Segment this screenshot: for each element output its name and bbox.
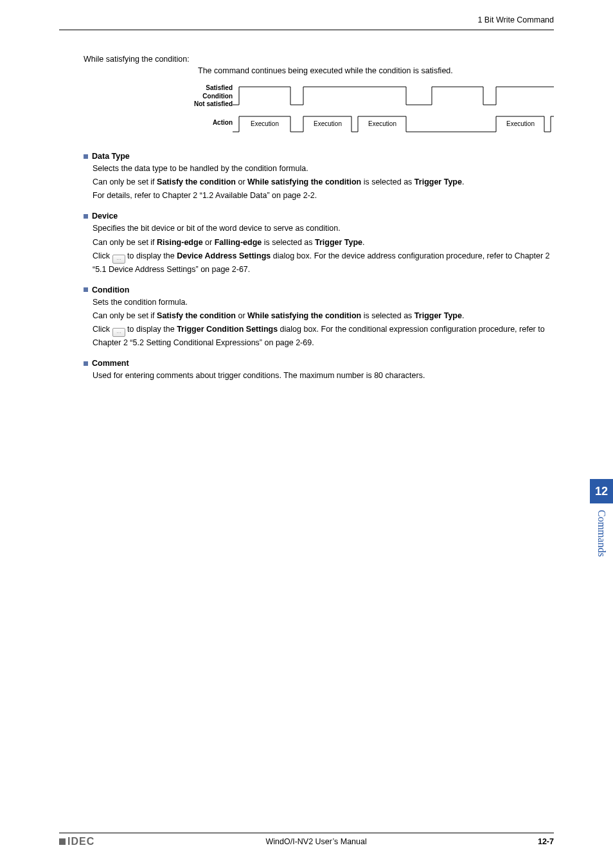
section-title-condition: Condition — [92, 285, 129, 294]
diagram-side-labels: Satisfied Condition Not satisfied Action — [84, 84, 233, 127]
chapter-number: 12 — [595, 485, 608, 498]
label-not-satisfied: Not satisfied — [84, 100, 233, 109]
condition-p3: Click … to display the Trigger Condition… — [93, 323, 554, 348]
bullet-icon — [84, 287, 88, 292]
intro-line-1: While satisfying the condition: — [84, 55, 554, 64]
label-condition: Condition — [84, 93, 233, 101]
bullet-icon — [84, 361, 88, 366]
label-action: Action — [84, 119, 233, 127]
ellipsis-button-icon[interactable]: … — [112, 255, 125, 264]
header-right-text: 1 Bit Write Command — [477, 15, 554, 24]
section-condition: Condition Sets the condition formula. Ca… — [84, 285, 554, 348]
idec-logo: IDEC — [59, 836, 94, 847]
page-content: While satisfying the condition: The comm… — [84, 55, 554, 383]
footer-rule — [59, 833, 554, 833]
exec-label-3: Execution — [368, 120, 396, 127]
section-device: Device Specifies the bit device or bit o… — [84, 212, 554, 275]
exec-label-4: Execution — [506, 120, 535, 127]
ellipsis-button-icon[interactable]: … — [112, 328, 125, 337]
bullet-icon — [84, 154, 88, 159]
page-header: 1 Bit Write Command — [59, 15, 554, 24]
device-p3: Click … to display the Device Address Se… — [93, 250, 554, 275]
chapter-side-tab: 12 Commands — [590, 479, 613, 559]
footer-center-text: WindO/I-NV2 User’s Manual — [265, 837, 366, 846]
device-p2: Can only be set if Rising-edge or Fallin… — [93, 237, 554, 248]
intro-line-2: The command continues being executed whi… — [198, 66, 554, 75]
chapter-number-box: 12 — [590, 479, 613, 503]
timing-svg: Execution Execution Execution Execution … — [233, 84, 554, 136]
idec-square-icon — [59, 838, 66, 845]
device-p1: Specifies the bit device or bit of the w… — [93, 222, 554, 234]
chapter-label-text: Commands — [596, 510, 607, 557]
page-footer: IDEC WindO/I-NV2 User’s Manual 12-7 — [59, 836, 554, 847]
data-type-p3: For details, refer to Chapter 2 “1.2 Ava… — [93, 190, 554, 201]
chapter-label: Commands — [590, 510, 613, 559]
label-satisfied: Satisfied — [84, 84, 233, 93]
section-title-data-type: Data Type — [92, 152, 130, 161]
comment-p1: Used for entering comments about trigger… — [93, 370, 554, 381]
condition-p2: Can only be set if Satisfy the condition… — [93, 310, 554, 321]
condition-p1: Sets the condition formula. — [93, 296, 554, 308]
section-comment: Comment Used for entering comments about… — [84, 359, 554, 381]
page-number: 12-7 — [538, 837, 554, 846]
bullet-icon — [84, 214, 88, 219]
timing-diagram: Satisfied Condition Not satisfied Action… — [84, 84, 554, 138]
exec-label-1: Execution — [251, 120, 279, 127]
section-title-device: Device — [92, 212, 118, 221]
section-title-comment: Comment — [92, 359, 129, 368]
data-type-p2: Can only be set if Satisfy the condition… — [93, 176, 554, 188]
section-data-type: Data Type Selects the data type to be ha… — [84, 152, 554, 201]
header-rule — [59, 30, 554, 30]
idec-logo-text: IDEC — [67, 836, 94, 847]
exec-label-2: Execution — [314, 120, 342, 127]
data-type-p1: Selects the data type to be handled by t… — [93, 163, 554, 174]
